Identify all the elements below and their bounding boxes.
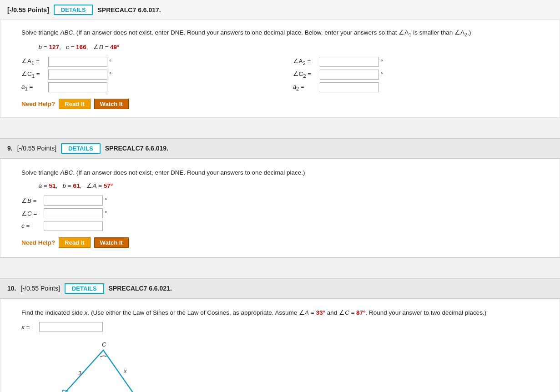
side-a1-row: a1 =: [21, 82, 275, 92]
problem9-need-help: Need Help? Read It Watch It: [21, 237, 546, 248]
side-a1-input[interactable]: [48, 82, 107, 92]
side-a1-label: a1 =: [21, 83, 46, 91]
problem9-inputs: ∠B = ° ∠C = ° c =: [21, 196, 546, 231]
problem9-side-c-label: c =: [21, 222, 42, 229]
problem9-given: a = 51, b = 61, ∠A = 57°: [21, 182, 546, 189]
problem9-angle-b-input[interactable]: [44, 196, 103, 206]
top-watch-button[interactable]: Watch It: [94, 99, 129, 109]
triangle-svg: A B C 3 x: [49, 337, 149, 392]
angle-a2-label: ∠A2 =: [293, 57, 318, 66]
top-problem-description: Solve triangle ABC. (If an answer does n…: [21, 28, 546, 39]
problem9-angle-b-row: ∠B = °: [21, 196, 546, 206]
problem9-body: Solve triangle ABC. (If an answer does n…: [0, 159, 560, 257]
problem10-body: Find the indicated side x. (Use either t…: [0, 299, 560, 392]
triangle-diagram: A B C 3 x: [49, 337, 546, 392]
problem9-number: 9.: [7, 145, 13, 152]
problem10-x-label: x =: [21, 324, 37, 331]
side-a2-row: a2 =: [293, 82, 546, 92]
problem9-angle-c-row: ∠C = °: [21, 208, 546, 218]
problem10-code: SPRECALC7 6.6.021.: [109, 285, 172, 292]
top-read-button[interactable]: Read It: [59, 99, 90, 109]
angle-a1-input[interactable]: [48, 57, 107, 67]
problem9-description: Solve triangle ABC. (If an answer does n…: [21, 168, 546, 177]
angle-a2-row: ∠A2 = °: [293, 57, 546, 67]
problem9-angle-c-label: ∠C =: [21, 210, 42, 217]
problem9-angle-b-label: ∠B =: [21, 197, 42, 204]
problem10-x-row: x =: [21, 322, 546, 332]
angle-c1-input[interactable]: [48, 70, 107, 80]
angle-a2-input[interactable]: [320, 57, 379, 67]
problem10-details-button[interactable]: DETAILS: [65, 283, 104, 294]
top-problem-code: SPRECALC7 6.6.017.: [97, 6, 161, 14]
problem10-number: 10.: [7, 285, 16, 292]
side-3-label: 3: [78, 370, 81, 377]
angle-c1-label: ∠C1 =: [21, 70, 46, 79]
problem9-angle-c-input[interactable]: [44, 208, 103, 218]
problem9-details-button[interactable]: DETAILS: [61, 143, 101, 154]
top-problem-prefix: [-/0.55 Points]: [7, 6, 49, 14]
problem9-read-button[interactable]: Read It: [59, 237, 90, 248]
angle-a1-label: ∠A1 =: [21, 57, 46, 66]
problem9-need-help-label: Need Help?: [21, 239, 55, 246]
angle-c2-label: ∠C2 =: [293, 70, 318, 79]
top-need-help: Need Help? Read It Watch It: [21, 99, 546, 109]
problem10-x-input[interactable]: [39, 322, 103, 332]
angle-c2-row: ∠C2 = °: [293, 70, 546, 80]
vertex-c-label: C: [102, 341, 106, 348]
angle-a1-row: ∠A1 = °: [21, 57, 275, 67]
side-a2-input[interactable]: [320, 82, 379, 92]
problem9-prefix: [-/0.55 Points]: [17, 145, 56, 152]
problem9-watch-button[interactable]: Watch It: [94, 237, 129, 248]
side-x-label: x: [123, 367, 127, 374]
side-a2-label: a2 =: [293, 83, 318, 91]
problem9-header: 9. [-/0.55 Points] DETAILS SPRECALC7 6.6…: [0, 139, 560, 159]
problem10-description: Find the indicated side x. (Use either t…: [21, 308, 546, 317]
problem10-header: 10. [-/0.55 Points] DETAILS SPRECALC7 6.…: [0, 279, 560, 299]
angle-c1-row: ∠C1 = °: [21, 70, 275, 80]
problem9-code: SPRECALC7 6.6.019.: [105, 145, 168, 152]
top-need-help-label: Need Help?: [21, 101, 55, 107]
top-details-button[interactable]: DETAILS: [54, 5, 93, 15]
problem10-prefix: [-/0.55 Points]: [20, 285, 60, 292]
problem9-side-c-row: c =: [21, 221, 546, 231]
problem9-side-c-input[interactable]: [44, 221, 103, 231]
angle-c2-input[interactable]: [320, 70, 379, 80]
top-given-values: b = 127, c = 166, ∠B = 49°: [21, 43, 546, 50]
